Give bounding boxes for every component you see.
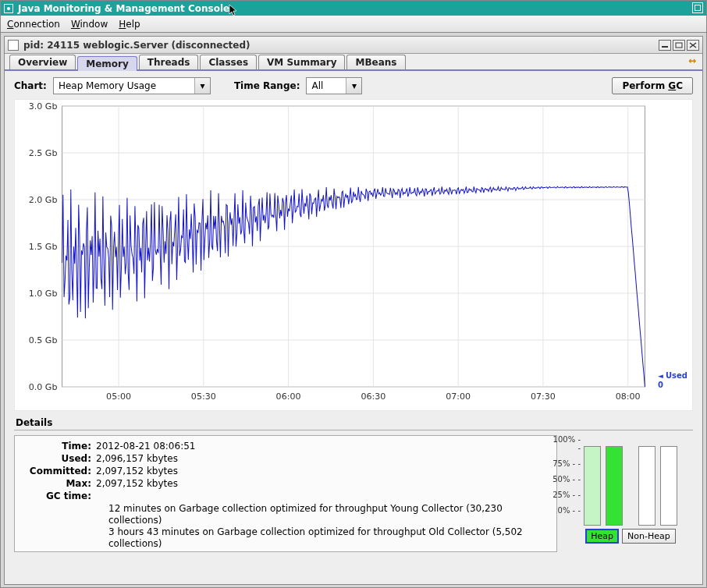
heap-bar-2[interactable]: [606, 446, 623, 526]
tab-vm-summary[interactable]: VM Summary: [258, 55, 345, 69]
details-heading: Details: [14, 413, 693, 430]
heap-bar-1[interactable]: [584, 446, 601, 526]
inner-maximize-button[interactable]: [673, 40, 685, 51]
svg-rect-0: [662, 46, 668, 48]
svg-text:05:30: 05:30: [191, 391, 216, 402]
svg-text:06:00: 06:00: [276, 391, 301, 402]
chart-dropdown-value: Heap Memory Usage: [54, 80, 194, 91]
memory-bars-panel: 100% 75% 50% 25% 0%: [568, 435, 693, 552]
chevron-down-icon: ▾: [194, 78, 210, 94]
document-icon: [8, 40, 19, 51]
used-label: Used:: [23, 453, 91, 464]
heap-chart[interactable]: 0.0 Gb0.5 Gb1.0 Gb1.5 Gb2.0 Gb2.5 Gb3.0 …: [14, 99, 693, 411]
time-value: 2012-08-21 08:06:51: [96, 441, 549, 452]
gctime-line1: 12 minutes on Garbage collection optimiz…: [108, 503, 549, 526]
svg-text:1.5 Gb: 1.5 Gb: [29, 242, 58, 252]
chart-toolbar: Chart: Heap Memory Usage ▾ Time Range: A…: [14, 77, 693, 94]
svg-text:0.5 Gb: 0.5 Gb: [29, 335, 58, 345]
svg-rect-1: [676, 43, 682, 48]
menu-window[interactable]: Window: [71, 19, 108, 30]
system-menu-icon[interactable]: [4, 4, 13, 13]
tab-memory[interactable]: Memory: [77, 56, 137, 71]
chart-label: Chart:: [14, 80, 47, 91]
inner-close-button[interactable]: [687, 40, 699, 51]
details-row: Time:2012-08-21 08:06:51 Used:2,096,157 …: [14, 435, 693, 552]
gctime-label: GC time:: [23, 491, 91, 501]
committed-value: 2,097,152 kbytes: [96, 466, 549, 476]
window-title: Java Monitoring & Management Console: [18, 3, 229, 14]
menu-connection[interactable]: Connection: [7, 19, 60, 30]
inner-minimize-button[interactable]: [659, 40, 671, 51]
inner-window-title: pid: 24115 weblogic.Server (disconnected…: [23, 40, 250, 51]
maximize-button[interactable]: [692, 2, 703, 13]
perform-gc-button[interactable]: Perform GC: [612, 77, 693, 94]
tabs-row: Overview Memory Threads Classes VM Summa…: [5, 54, 702, 71]
svg-text:08:00: 08:00: [616, 391, 641, 402]
timerange-dropdown-value: All: [307, 80, 346, 91]
heap-legend-button[interactable]: Heap: [585, 529, 619, 544]
max-label: Max:: [23, 478, 91, 489]
menu-bar: Connection Window Help: [1, 16, 706, 33]
tab-threads[interactable]: Threads: [139, 55, 199, 69]
svg-text:07:00: 07:00: [446, 391, 471, 402]
mouse-cursor-icon: [229, 4, 240, 20]
inner-window: pid: 24115 weblogic.Server (disconnected…: [4, 36, 703, 585]
nonheap-legend-button[interactable]: Non-Heap: [622, 529, 676, 544]
timerange-dropdown[interactable]: All ▾: [306, 77, 362, 94]
chevron-down-icon: ▾: [346, 78, 361, 94]
tab-classes[interactable]: Classes: [200, 55, 257, 69]
gctime-line2: 3 hours 43 minutes on Garbage collection…: [108, 526, 549, 550]
tab-mbeans[interactable]: MBeans: [346, 55, 405, 69]
max-value: 2,097,152 kbytes: [96, 478, 549, 489]
used-value: 2,096,157 kbytes: [96, 453, 549, 464]
chart-dropdown[interactable]: Heap Memory Usage ▾: [53, 77, 211, 94]
memory-content: Chart: Heap Memory Usage ▾ Time Range: A…: [5, 71, 702, 555]
menu-help[interactable]: Help: [119, 19, 140, 30]
svg-text:05:00: 05:00: [106, 391, 131, 402]
bars-scale: 100% 75% 50% 25% 0%: [549, 435, 581, 515]
svg-text:07:30: 07:30: [531, 391, 556, 402]
committed-label: Committed:: [23, 466, 91, 476]
details-box: Time:2012-08-21 08:06:51 Used:2,096,157 …: [14, 435, 557, 552]
svg-text:2.0 Gb: 2.0 Gb: [29, 195, 58, 205]
bidir-arrow-icon[interactable]: ↔: [688, 55, 696, 66]
svg-text:3.0 Gb: 3.0 Gb: [29, 101, 58, 112]
nonheap-bar-2[interactable]: [660, 446, 677, 526]
timerange-label: Time Range:: [234, 80, 300, 91]
inner-title-bar: pid: 24115 weblogic.Server (disconnected…: [5, 37, 702, 54]
time-label: Time:: [23, 441, 91, 452]
svg-text:0.0 Gb: 0.0 Gb: [29, 382, 58, 392]
outer-title-bar: Java Monitoring & Management Console: [1, 1, 706, 16]
nonheap-bar-1[interactable]: [638, 446, 655, 526]
svg-text:1.0 Gb: 1.0 Gb: [29, 289, 58, 299]
series-label: Used0: [658, 371, 687, 389]
svg-text:06:30: 06:30: [361, 391, 385, 402]
svg-text:2.5 Gb: 2.5 Gb: [29, 148, 58, 158]
tab-overview[interactable]: Overview: [9, 55, 76, 69]
